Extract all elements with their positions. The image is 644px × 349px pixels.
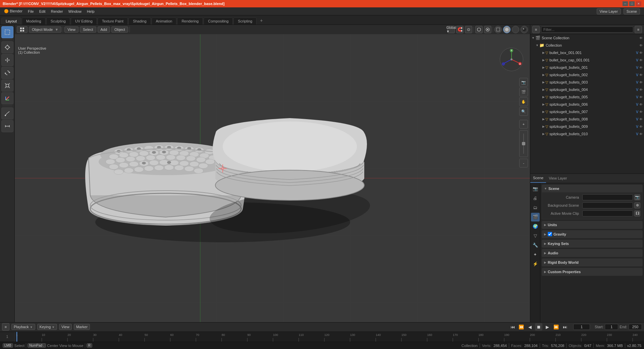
outliner-item-6[interactable]: ▶ ▽ spitzkugelt_bullets_005 V 👁 [530,93,644,101]
jump-to-end-button[interactable]: ⏭ [561,323,569,331]
properties-scene-tab[interactable]: Scene [530,174,546,183]
zoom-in-button[interactable]: + [519,120,528,129]
move-tool-button[interactable] [1,54,13,66]
item-filter-8[interactable]: V [636,110,638,114]
timeline-menu-button[interactable]: ≡ [2,323,9,331]
menu-help[interactable]: Help [84,7,97,15]
viewport-gizmos-button[interactable] [475,26,483,33]
end-frame-input[interactable]: 250 [629,324,642,330]
close-button[interactable]: ✕ [636,1,641,6]
menu-window[interactable]: Window [66,7,84,15]
tab-shading[interactable]: Shading [128,17,151,24]
item-filter-3[interactable]: V [636,73,638,77]
item-vis-2[interactable]: 👁 [639,66,643,69]
outliner-scene-collection[interactable]: ▼ 🎬 Scene Collection 👁 [530,34,644,42]
maximize-button[interactable]: □ [629,1,635,6]
visibility-icon-2[interactable]: 👁 [639,44,643,47]
item-vis-1[interactable]: 👁 [639,58,643,62]
item-filter-4[interactable]: V [636,81,638,84]
camera-select-button[interactable]: 📷 [634,194,640,200]
tab-rendering[interactable]: Rendering [177,17,203,24]
rendered-shading-button[interactable] [521,26,528,33]
viewport-3d[interactable]: Object Mode ▼ View Select Add Object Glo… [15,25,530,322]
outliner-item-2[interactable]: ▶ ▽ spitzkugelt_bullets_001 V 👁 [530,64,644,71]
item-vis-5[interactable]: 👁 [639,88,643,92]
keying-sets-section-header[interactable]: ▶ Keying Sets [542,240,642,247]
outliner-item-10[interactable]: ▶ ▽ spitzkugelt_bullets_009 V 👁 [530,123,644,130]
item-vis-10[interactable]: 👁 [639,125,643,129]
tab-layout[interactable]: Layout [1,17,21,24]
physics-properties-tab[interactable]: ⚡ [531,260,540,268]
keying-menu-button[interactable]: Keying ▼ [37,324,57,330]
ruler-track[interactable]: 1 10 20 30 40 50 60 70 80 90 100 110 120… [16,332,643,342]
view-menu-tl-button[interactable]: View [59,324,72,330]
audio-section-header[interactable]: ▶ Audio [542,249,642,257]
menu-file[interactable]: File [25,7,37,15]
world-properties-tab[interactable]: 🌍 [531,222,540,231]
item-filter-0[interactable]: V [636,51,638,55]
outliner-item-0[interactable]: ▶ ▽ bullet_box_001.001 V 👁 [530,49,644,56]
background-scene-select-button[interactable]: ⊕ [634,202,640,208]
step-forward-button[interactable]: ⏩ [552,323,560,331]
tab-uv-editing[interactable]: UV Editing [71,17,97,24]
object-properties-tab[interactable]: ▽ [531,232,540,240]
tab-scripting[interactable]: Scripting [233,17,257,24]
minimize-button[interactable]: ─ [623,1,628,6]
item-vis-0[interactable]: 👁 [639,51,643,55]
gravity-section-header[interactable]: ▶ Gravity [542,231,642,238]
stop-button[interactable]: ⏹ [535,323,542,331]
item-filter-11[interactable]: V [636,132,638,136]
annotate-tool-button[interactable] [1,107,13,119]
editor-type-button[interactable] [17,26,28,33]
item-vis-9[interactable]: 👁 [639,117,643,121]
current-frame-input[interactable]: 1 [573,324,590,330]
outliner-item-9[interactable]: ▶ ▽ spitzkugelt_bullets_008 V 👁 [530,115,644,123]
zoom-tool[interactable]: 🔍 [519,107,528,116]
outliner-item-1[interactable]: ▶ ▽ bullet_box_cap_001.001 V 👁 [530,56,644,64]
outliner-item-8[interactable]: ▶ ▽ spitzkugelt_bullets_007 V 👁 [530,108,644,115]
item-filter-2[interactable]: V [636,66,638,69]
gizmo-circle[interactable]: Y X [500,48,523,71]
object-menu-button[interactable]: Object [111,27,128,33]
material-preview-button[interactable] [512,26,519,33]
viewport-navigation-gizmo[interactable]: Y X [500,48,527,74]
gravity-checkbox[interactable] [548,232,552,236]
item-vis-7[interactable]: 👁 [639,103,643,106]
background-scene-value[interactable] [582,202,633,208]
item-vis-6[interactable]: 👁 [639,95,643,99]
item-filter-1[interactable]: V [636,58,638,62]
render-properties-tab[interactable]: 📷 [531,185,540,193]
item-vis-11[interactable]: 👁 [639,132,643,136]
timeline-ruler[interactable]: 1 1 10 20 30 40 50 60 70 80 90 [0,332,644,342]
output-properties-tab[interactable]: 🖨 [531,194,540,203]
viewport-overlays-button[interactable] [484,26,491,33]
item-filter-10[interactable]: V [636,125,638,129]
step-back-button[interactable]: ⏪ [518,323,525,331]
active-movie-clip-select-button[interactable]: 🎞 [634,210,640,216]
outliner-item-7[interactable]: ▶ ▽ spitzkugelt_bullets_006 V 👁 [530,101,644,108]
tab-sculpting[interactable]: Sculpting [46,17,70,24]
transform-tool-button[interactable] [1,92,13,104]
outliner-item-3[interactable]: ▶ ▽ spitzkugelt_bullets_002 V 👁 [530,71,644,79]
item-vis-8[interactable]: 👁 [639,110,643,114]
outliner-collection[interactable]: ▼ 📁 Collection 👁 [530,42,644,49]
play-forward-button[interactable]: ▶ [544,323,551,331]
menu-edit[interactable]: Edit [37,7,48,15]
item-filter-6[interactable]: V [636,95,638,99]
outliner-filter-button[interactable]: ≡ [635,26,642,33]
rotate-tool-button[interactable] [1,67,13,79]
modifiers-properties-tab[interactable]: 🔧 [531,241,540,250]
outliner-menu-button[interactable]: ≡ [532,26,540,33]
scene-section-header[interactable]: ▼ Scene [542,185,642,192]
item-vis-3[interactable]: 👁 [639,73,643,77]
outliner-item-5[interactable]: ▶ ▽ spitzkugelt_bullets_004 V 👁 [530,86,644,93]
units-section-header[interactable]: ▶ Units [542,221,642,229]
measure-tool-button[interactable] [1,120,13,132]
proportional-edit-button[interactable]: ⊙ [465,26,472,33]
scale-tool-button[interactable] [1,80,13,92]
item-filter-7[interactable]: V [636,103,638,106]
menu-render[interactable]: Render [48,7,66,15]
tab-animation[interactable]: Animation [152,17,177,24]
play-reverse-button[interactable]: ◀ [526,323,534,331]
outliner-item-11[interactable]: ▶ ▽ spitzkugelt_bullets_010 V 👁 [530,130,644,138]
